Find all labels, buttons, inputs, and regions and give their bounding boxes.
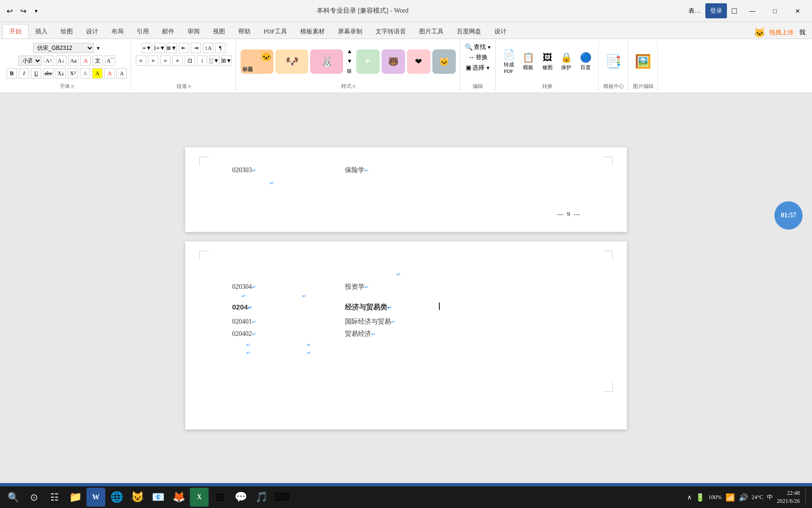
tab-design[interactable]: 设计 — [79, 24, 105, 39]
border-btn[interactable]: ⊞▼ — [221, 56, 232, 66]
taskbar-keyboard[interactable]: ⌨ — [273, 488, 291, 507]
style-item-1[interactable]: 标题 🐱 — [241, 49, 273, 74]
tab-help[interactable]: 帮助 — [232, 24, 257, 39]
italic-btn[interactable]: I — [19, 68, 29, 79]
taskbar-excel[interactable]: X — [190, 488, 209, 507]
upload-label[interactable]: 拖拽上传 — [769, 28, 794, 37]
section-name-0204[interactable]: 经济与贸易类 — [345, 303, 387, 312]
floating-timer[interactable]: 01:57 — [774, 201, 803, 230]
select-btn[interactable]: ▣ 选择 ▼ — [466, 64, 490, 72]
find-btn[interactable]: 查找 — [474, 43, 486, 51]
font-size-decrease[interactable]: A↓ — [56, 56, 66, 66]
find-dropdown[interactable]: ▼ — [487, 45, 492, 50]
tab-draw[interactable]: 绘图 — [54, 24, 79, 39]
font-expand-icon[interactable]: ⎘ — [71, 84, 74, 89]
style-item-3[interactable]: 🐰 — [310, 49, 343, 74]
clear-format-btn[interactable]: A — [80, 56, 91, 66]
char-border-btn[interactable]: A — [117, 68, 127, 79]
superscript-btn[interactable]: X² — [68, 68, 78, 79]
more-tab-btn[interactable]: 我 — [797, 26, 807, 39]
font-size-select[interactable]: 小四 — [18, 56, 42, 66]
tab-screen-record[interactable]: 屏幕录制 — [331, 24, 369, 39]
styles-more-btn[interactable]: ⊞ — [345, 67, 354, 76]
bold-btn[interactable]: B — [7, 68, 17, 79]
tray-show-desktop[interactable] — [805, 489, 808, 506]
quick-access-undo[interactable]: ↩ — [5, 5, 15, 17]
taskbar-game[interactable]: ⊞ — [211, 488, 229, 507]
numbering-btn[interactable]: 1≡▼ — [154, 43, 164, 53]
replace-btn[interactable]: ↔ 替换 — [468, 53, 488, 62]
share-icon[interactable]: □ — [728, 4, 741, 18]
tab-mailings[interactable]: 邮件 — [156, 24, 181, 39]
tab-template[interactable]: 模板素材 — [294, 24, 331, 39]
restore-button[interactable]: □ — [764, 3, 786, 18]
protect-btn[interactable]: 🔒 保护 — [558, 49, 575, 74]
minimize-button[interactable]: — — [742, 3, 763, 18]
line-spacing-btn[interactable]: ↕ — [197, 56, 207, 66]
tab-baidu[interactable]: 百度网盘 — [450, 24, 488, 39]
tab-view[interactable]: 视图 — [206, 24, 232, 39]
tab-references[interactable]: 引用 — [130, 24, 156, 39]
tab-img-tools[interactable]: 图片工具 — [413, 24, 450, 39]
taskbar-cortana[interactable]: ⊙ — [24, 488, 43, 507]
sort-btn[interactable]: ↕A — [203, 43, 213, 53]
align-right-btn[interactable]: ≡ — [160, 56, 171, 66]
tab-start[interactable]: 开始 — [2, 24, 29, 39]
tab-review[interactable]: 审阅 — [181, 24, 206, 39]
entry-name-020401[interactable]: 国际经济与贸易 — [345, 318, 391, 326]
taskbar-explorer[interactable]: 📁 — [66, 488, 85, 507]
tab-insert[interactable]: 插入 — [29, 24, 54, 39]
distribute-btn[interactable]: ⊡ — [185, 56, 195, 66]
style-item-4[interactable]: 中 — [356, 49, 380, 74]
tray-arrow[interactable]: ∧ — [687, 493, 692, 501]
taskbar-word[interactable]: W — [86, 488, 105, 507]
strikethrough-btn[interactable]: abc — [43, 68, 54, 79]
char-space-btn[interactable]: 文 — [93, 56, 103, 66]
align-center-btn[interactable]: ≡ — [148, 56, 158, 66]
styles-scroll-up[interactable]: ▲ — [345, 47, 354, 56]
style-item-7[interactable]: 🐱 — [432, 49, 456, 74]
taskbar-music[interactable]: 🎵 — [252, 488, 271, 507]
tab-design2[interactable]: 设计 — [488, 24, 513, 39]
font-case-btn[interactable]: Aa — [68, 56, 78, 66]
text-effect-btn[interactable]: A — [80, 68, 90, 79]
font-color-btn[interactable]: A — [104, 68, 115, 79]
styles-expand-icon[interactable]: ⎘ — [353, 84, 355, 89]
font-dropdown-icon[interactable]: ▼ — [96, 46, 101, 51]
taskbar-search[interactable]: 🔍 — [4, 488, 23, 507]
taskbar-clock[interactable]: 22:48 2021/6/26 — [777, 489, 800, 505]
edit-photo-btn[interactable]: 🖼 修图 — [539, 49, 556, 74]
tab-layout[interactable]: 布局 — [105, 24, 130, 39]
highlight-btn[interactable]: A — [92, 68, 102, 79]
subscript-btn[interactable]: X₂ — [55, 68, 66, 79]
tray-ime[interactable]: 中 — [767, 493, 773, 501]
taskbar-chrome[interactable]: 🌐 — [107, 488, 126, 507]
close-button[interactable]: ✕ — [787, 3, 808, 18]
select-dropdown[interactable]: ▼ — [485, 65, 490, 71]
quick-access-dropdown[interactable]: ▼ — [32, 7, 40, 16]
entry-name-020303[interactable]: 保险学 — [345, 166, 365, 175]
style-item-6[interactable]: ❤ — [407, 49, 430, 74]
taskbar-edge[interactable]: 🦊 — [169, 488, 188, 507]
indent-btn[interactable]: ⇥ — [191, 43, 201, 53]
show-marks-btn[interactable]: ¶ — [215, 43, 226, 53]
bullets-btn[interactable]: ≡▼ — [142, 43, 152, 53]
multilevel-btn[interactable]: ≣▼ — [166, 43, 177, 53]
font-size-increase[interactable]: A↑ — [44, 56, 54, 66]
align-left-btn[interactable]: ≡ — [136, 56, 146, 66]
paragraph-expand-icon[interactable]: ⎘ — [188, 84, 191, 89]
convert-pdf-btn[interactable]: 📄 转成PDF — [500, 49, 518, 74]
justify-btn[interactable]: ≡ — [172, 56, 183, 66]
quick-access-redo[interactable]: ↪ — [18, 5, 28, 17]
baidu-btn[interactable]: 🔵 百度 — [577, 49, 594, 74]
taskbar-wechat[interactable]: 💬 — [231, 488, 250, 507]
template-btn[interactable]: 📋 模板 — [520, 49, 537, 74]
tab-tts[interactable]: 文字转语音 — [369, 24, 413, 39]
taskbar-email[interactable]: 📧 — [148, 488, 167, 507]
outdent-btn[interactable]: ⇤ — [179, 43, 189, 53]
styles-scroll-down[interactable]: ▼ — [345, 57, 354, 66]
shading-btn[interactable]: ░▼ — [209, 56, 219, 66]
login-button[interactable]: 登录 — [705, 3, 727, 18]
taskbar-chat[interactable]: 😺 — [128, 488, 147, 507]
ribbon-display-btn[interactable]: 表… — [685, 5, 704, 17]
